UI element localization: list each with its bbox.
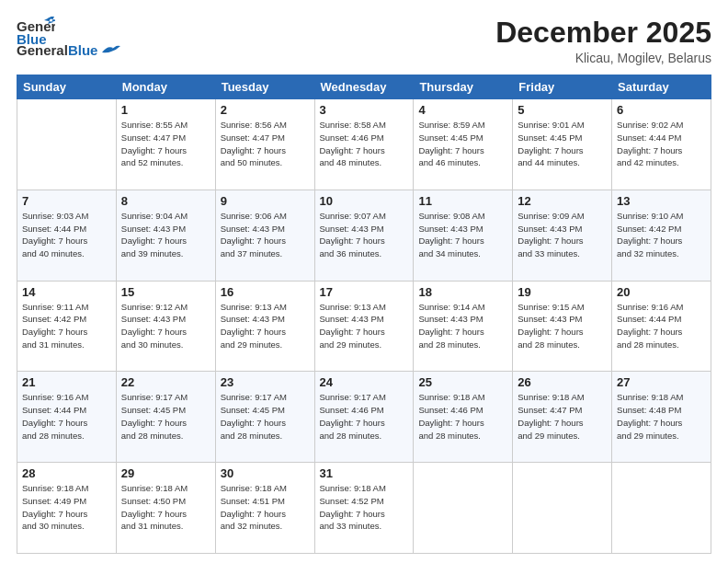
- day-number: 15: [121, 285, 210, 299]
- col-header-sunday: Sunday: [17, 75, 117, 99]
- day-detail: Sunrise: 8:55 AMSunset: 4:47 PMDaylight:…: [121, 119, 210, 169]
- day-cell: 2Sunrise: 8:56 AMSunset: 4:47 PMDaylight…: [215, 99, 314, 190]
- day-detail: Sunrise: 8:59 AMSunset: 4:45 PMDaylight:…: [418, 119, 507, 169]
- col-header-saturday: Saturday: [612, 75, 711, 99]
- day-cell: 25Sunrise: 9:18 AMSunset: 4:46 PMDayligh…: [414, 372, 513, 463]
- col-header-wednesday: Wednesday: [314, 75, 414, 99]
- day-detail: Sunrise: 9:02 AMSunset: 4:44 PMDaylight:…: [617, 119, 706, 169]
- day-detail: Sunrise: 9:16 AMSunset: 4:44 PMDaylight:…: [22, 391, 111, 442]
- day-cell: 20Sunrise: 9:16 AMSunset: 4:44 PMDayligh…: [612, 281, 711, 372]
- day-cell: [17, 99, 117, 190]
- day-cell: 26Sunrise: 9:18 AMSunset: 4:47 PMDayligh…: [513, 372, 612, 463]
- day-number: 22: [121, 375, 210, 389]
- day-cell: 6Sunrise: 9:02 AMSunset: 4:44 PMDaylight…: [612, 99, 711, 190]
- day-cell: 31Sunrise: 9:18 AMSunset: 4:52 PMDayligh…: [314, 463, 414, 554]
- day-number: 17: [320, 285, 409, 299]
- logo: General Blue General Blue: [17, 17, 120, 58]
- bird-icon: [100, 43, 120, 58]
- day-number: 16: [221, 285, 310, 299]
- logo-blue: Blue: [68, 42, 98, 58]
- day-number: 10: [320, 194, 409, 208]
- day-number: 4: [418, 103, 507, 117]
- day-cell: 1Sunrise: 8:55 AMSunset: 4:47 PMDaylight…: [116, 99, 215, 190]
- day-number: 12: [518, 194, 607, 208]
- day-number: 1: [121, 103, 210, 117]
- day-detail: Sunrise: 9:18 AMSunset: 4:46 PMDaylight:…: [418, 391, 507, 442]
- day-cell: 12Sunrise: 9:09 AMSunset: 4:43 PMDayligh…: [513, 190, 612, 281]
- day-cell: 7Sunrise: 9:03 AMSunset: 4:44 PMDaylight…: [17, 190, 117, 281]
- day-detail: Sunrise: 9:17 AMSunset: 4:45 PMDaylight:…: [221, 391, 310, 442]
- day-number: 11: [418, 194, 507, 208]
- day-number: 6: [617, 103, 706, 117]
- page: General Blue General Blue December 2025 …: [0, 0, 728, 563]
- day-cell: 22Sunrise: 9:17 AMSunset: 4:45 PMDayligh…: [116, 372, 215, 463]
- week-row-5: 28Sunrise: 9:18 AMSunset: 4:49 PMDayligh…: [17, 463, 711, 554]
- day-detail: Sunrise: 9:17 AMSunset: 4:46 PMDaylight:…: [320, 391, 409, 442]
- day-number: 7: [22, 194, 111, 208]
- day-cell: 9Sunrise: 9:06 AMSunset: 4:43 PMDaylight…: [215, 190, 314, 281]
- day-number: 30: [221, 466, 310, 480]
- day-cell: 18Sunrise: 9:14 AMSunset: 4:43 PMDayligh…: [414, 281, 513, 372]
- calendar: SundayMondayTuesdayWednesdayThursdayFrid…: [17, 75, 711, 554]
- header: General Blue General Blue December 2025 …: [17, 17, 711, 65]
- col-header-thursday: Thursday: [414, 75, 513, 99]
- day-cell: 30Sunrise: 9:18 AMSunset: 4:51 PMDayligh…: [215, 463, 314, 554]
- day-number: 3: [320, 103, 409, 117]
- day-cell: 17Sunrise: 9:13 AMSunset: 4:43 PMDayligh…: [314, 281, 414, 372]
- day-cell: 10Sunrise: 9:07 AMSunset: 4:43 PMDayligh…: [314, 190, 414, 281]
- day-detail: Sunrise: 9:17 AMSunset: 4:45 PMDaylight:…: [121, 391, 210, 442]
- day-cell: 4Sunrise: 8:59 AMSunset: 4:45 PMDaylight…: [414, 99, 513, 190]
- week-row-1: 1Sunrise: 8:55 AMSunset: 4:47 PMDaylight…: [17, 99, 711, 190]
- day-detail: Sunrise: 8:56 AMSunset: 4:47 PMDaylight:…: [221, 119, 310, 169]
- day-number: 28: [22, 466, 111, 480]
- day-detail: Sunrise: 9:18 AMSunset: 4:47 PMDaylight:…: [518, 391, 607, 442]
- day-detail: Sunrise: 9:09 AMSunset: 4:43 PMDaylight:…: [518, 210, 607, 260]
- day-detail: Sunrise: 9:15 AMSunset: 4:43 PMDaylight:…: [518, 301, 607, 351]
- day-number: 18: [418, 285, 507, 299]
- day-cell: 11Sunrise: 9:08 AMSunset: 4:43 PMDayligh…: [414, 190, 513, 281]
- week-row-3: 14Sunrise: 9:11 AMSunset: 4:42 PMDayligh…: [17, 281, 711, 372]
- day-cell: 19Sunrise: 9:15 AMSunset: 4:43 PMDayligh…: [513, 281, 612, 372]
- logo-general: General: [17, 42, 68, 58]
- day-detail: Sunrise: 9:16 AMSunset: 4:44 PMDaylight:…: [617, 301, 706, 351]
- calendar-header-row: SundayMondayTuesdayWednesdayThursdayFrid…: [17, 75, 711, 99]
- day-detail: Sunrise: 9:01 AMSunset: 4:45 PMDaylight:…: [518, 119, 607, 169]
- day-cell: [612, 463, 711, 554]
- day-cell: [513, 463, 612, 554]
- day-number: 24: [320, 375, 409, 389]
- day-detail: Sunrise: 9:18 AMSunset: 4:48 PMDaylight:…: [617, 391, 706, 442]
- day-cell: 14Sunrise: 9:11 AMSunset: 4:42 PMDayligh…: [17, 281, 117, 372]
- day-cell: 16Sunrise: 9:13 AMSunset: 4:43 PMDayligh…: [215, 281, 314, 372]
- day-cell: 5Sunrise: 9:01 AMSunset: 4:45 PMDaylight…: [513, 99, 612, 190]
- day-cell: 21Sunrise: 9:16 AMSunset: 4:44 PMDayligh…: [17, 372, 117, 463]
- day-number: 26: [518, 375, 607, 389]
- day-cell: 3Sunrise: 8:58 AMSunset: 4:46 PMDaylight…: [314, 99, 414, 190]
- day-detail: Sunrise: 9:11 AMSunset: 4:42 PMDaylight:…: [22, 301, 111, 351]
- week-row-4: 21Sunrise: 9:16 AMSunset: 4:44 PMDayligh…: [17, 372, 711, 463]
- day-cell: 27Sunrise: 9:18 AMSunset: 4:48 PMDayligh…: [612, 372, 711, 463]
- day-cell: 29Sunrise: 9:18 AMSunset: 4:50 PMDayligh…: [116, 463, 215, 554]
- day-detail: Sunrise: 9:14 AMSunset: 4:43 PMDaylight:…: [418, 301, 507, 351]
- day-cell: 13Sunrise: 9:10 AMSunset: 4:42 PMDayligh…: [612, 190, 711, 281]
- col-header-friday: Friday: [513, 75, 612, 99]
- week-row-2: 7Sunrise: 9:03 AMSunset: 4:44 PMDaylight…: [17, 190, 711, 281]
- day-cell: 24Sunrise: 9:17 AMSunset: 4:46 PMDayligh…: [314, 372, 414, 463]
- day-number: 25: [418, 375, 507, 389]
- title-block: December 2025 Klicau, Mogilev, Belarus: [495, 17, 711, 65]
- day-cell: 23Sunrise: 9:17 AMSunset: 4:45 PMDayligh…: [215, 372, 314, 463]
- day-detail: Sunrise: 9:18 AMSunset: 4:50 PMDaylight:…: [121, 482, 210, 533]
- day-detail: Sunrise: 9:04 AMSunset: 4:43 PMDaylight:…: [121, 210, 210, 260]
- day-detail: Sunrise: 9:18 AMSunset: 4:52 PMDaylight:…: [320, 482, 409, 533]
- day-number: 2: [221, 103, 310, 117]
- day-detail: Sunrise: 9:06 AMSunset: 4:43 PMDaylight:…: [221, 210, 310, 260]
- day-detail: Sunrise: 9:03 AMSunset: 4:44 PMDaylight:…: [22, 210, 111, 260]
- col-header-monday: Monday: [116, 75, 215, 99]
- day-cell: [414, 463, 513, 554]
- day-number: 14: [22, 285, 111, 299]
- day-detail: Sunrise: 9:18 AMSunset: 4:49 PMDaylight:…: [22, 482, 111, 533]
- day-detail: Sunrise: 9:10 AMSunset: 4:42 PMDaylight:…: [617, 210, 706, 260]
- day-number: 31: [320, 466, 409, 480]
- day-number: 13: [617, 194, 706, 208]
- month-title: December 2025: [495, 17, 711, 49]
- day-number: 19: [518, 285, 607, 299]
